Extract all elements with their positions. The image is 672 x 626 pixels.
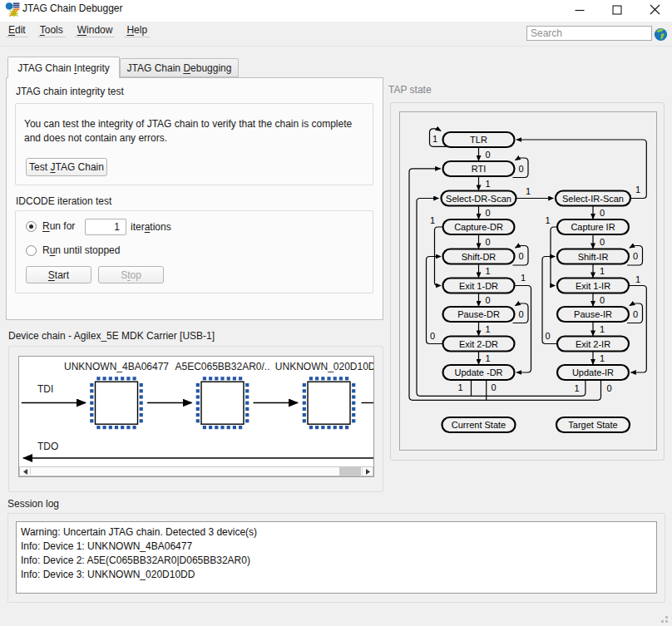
tdo-label: TDO bbox=[37, 441, 58, 452]
resize-grip-dot[interactable] bbox=[661, 620, 664, 623]
svg-text:TLR: TLR bbox=[470, 135, 487, 145]
tap-edge-label: 1 bbox=[600, 266, 605, 276]
menu-edit[interactable]: Edit bbox=[6, 23, 28, 37]
tap-edge-label: 0 bbox=[600, 208, 605, 218]
tap-node-tlr: TLR bbox=[443, 132, 515, 147]
device-chip-3[interactable] bbox=[303, 377, 356, 429]
start-button[interactable]: Start bbox=[26, 266, 91, 283]
tap-edge-label: 1 bbox=[485, 353, 490, 363]
close-button[interactable] bbox=[642, 0, 667, 19]
scrollbar-thumb[interactable] bbox=[339, 467, 361, 476]
tap-edge-label: 0 bbox=[518, 309, 523, 319]
tap-node-selir: Select-IR-Scan bbox=[556, 191, 630, 206]
svg-text:Pause-DR: Pause-DR bbox=[457, 309, 500, 319]
tap-edge-label: 0 bbox=[545, 331, 550, 341]
tap-edge-label: 0 bbox=[518, 251, 523, 261]
svg-text:Select-IR-Scan: Select-IR-Scan bbox=[562, 194, 624, 204]
svg-text:Capture-DR: Capture-DR bbox=[454, 222, 503, 232]
tap-edge-label: 0 bbox=[485, 150, 490, 160]
log-line: Warning: Uncertain JTAG chain. Detected … bbox=[21, 525, 257, 540]
run-until-stopped-radio[interactable] bbox=[26, 245, 37, 256]
tap-node-capir: Capture IR bbox=[557, 219, 629, 234]
tap-edge-label: 1 bbox=[432, 134, 437, 144]
tap-node-rti: RTI bbox=[443, 161, 515, 176]
run-for-label: Run for bbox=[42, 221, 75, 232]
tap-node-pauseir: Pause-IR bbox=[557, 307, 629, 322]
tap-node-shiftir: Shift-IR bbox=[557, 249, 629, 264]
test-jtag-chain-button[interactable]: Test JTAG Chain bbox=[26, 158, 107, 176]
minimize-icon bbox=[575, 5, 585, 15]
left-arrow-icon bbox=[23, 469, 27, 475]
device-chain-diagram: UNKNOWN_4BA06477A5EC065BB32AR0/..UNKNOWN… bbox=[19, 357, 373, 466]
tap-edge-label: 1 bbox=[635, 185, 640, 195]
log-line: Info: Device 3: UNKNOWN_020D10DD bbox=[21, 568, 257, 582]
tap-button-current-state[interactable]: Current State bbox=[442, 417, 516, 432]
svg-text:Exit 2-IR: Exit 2-IR bbox=[576, 339, 610, 349]
app-icon bbox=[5, 2, 20, 17]
svg-text:Capture IR: Capture IR bbox=[571, 222, 615, 232]
maximize-icon bbox=[612, 5, 622, 15]
resize-grip[interactable] bbox=[665, 620, 668, 623]
run-for-radio[interactable] bbox=[26, 221, 37, 232]
tap-node-exit1ir: Exit 1-IR bbox=[557, 278, 629, 293]
log-line: Info: Device 1: UNKNOWN_4BA06477 bbox=[21, 540, 257, 554]
tap-edge-label: 0 bbox=[600, 295, 605, 305]
device-chain-scrollbar[interactable] bbox=[19, 466, 373, 476]
svg-text:Pause-IR: Pause-IR bbox=[574, 309, 612, 319]
log-line: Info: Device 2: A5E(C065BB32AR0|D065BB32… bbox=[21, 554, 257, 568]
tap-edge-label: 0 bbox=[606, 383, 611, 393]
tap-edge-label: 0 bbox=[491, 382, 496, 392]
tap-edge-label: 1 bbox=[574, 383, 579, 393]
tap-edge-label: 0 bbox=[633, 309, 638, 319]
tap-edge-label: 1 bbox=[545, 215, 550, 225]
resize-grip-dot[interactable] bbox=[665, 616, 668, 619]
svg-text:Update -DR: Update -DR bbox=[454, 367, 502, 377]
scrollbar-left-arrow[interactable] bbox=[20, 467, 31, 476]
maximize-button[interactable] bbox=[605, 0, 630, 19]
stop-button[interactable]: Stop bbox=[98, 266, 164, 283]
tap-edge-label: 0 bbox=[485, 208, 490, 218]
session-log-box[interactable]: Warning: Uncertain JTAG chain. Detected … bbox=[16, 521, 657, 594]
tap-node-updateir: Update-IR bbox=[557, 365, 629, 380]
tap-node-seldr: Select-DR-Scan bbox=[442, 191, 516, 206]
svg-text:Update-IR: Update-IR bbox=[572, 367, 614, 377]
search-input[interactable] bbox=[526, 26, 652, 41]
close-icon bbox=[650, 4, 660, 15]
svg-text:Current State: Current State bbox=[452, 420, 506, 430]
tap-edge-label: 1 bbox=[600, 353, 605, 363]
menu-window[interactable]: Window bbox=[75, 23, 116, 37]
title-bar: JTAG Chain Debugger bbox=[0, 0, 672, 22]
tap-state-group-title: TAP state bbox=[388, 84, 432, 96]
tap-edge-label: 1 bbox=[521, 273, 526, 283]
minimize-button[interactable] bbox=[567, 0, 592, 19]
bug-icon bbox=[9, 8, 18, 16]
svg-text:Shift-IR: Shift-IR bbox=[578, 252, 609, 262]
tap-edge-label: 0 bbox=[600, 237, 605, 247]
tap-node-pausedr: Pause-DR bbox=[443, 307, 515, 322]
tab-jtag-chain-debugging[interactable]: JTAG Chain Debugging bbox=[120, 58, 239, 77]
globe-icon[interactable] bbox=[654, 27, 668, 42]
tap-edge-label: 1 bbox=[485, 266, 490, 276]
tab-jtag-chain-integrity[interactable]: JTAG Chain Integrity bbox=[7, 57, 120, 78]
menu-help[interactable]: Help bbox=[124, 23, 150, 37]
menu-tools[interactable]: Tools bbox=[37, 23, 66, 37]
svg-text:RTI: RTI bbox=[472, 164, 487, 174]
tap-edge-label: 0 bbox=[518, 164, 523, 174]
device-chain-group-title: Device chain - Agilex_5E MDK Carrier [US… bbox=[8, 330, 215, 342]
svg-text:Exit 2-DR: Exit 2-DR bbox=[459, 339, 498, 349]
tap-edge-label: 1 bbox=[485, 179, 490, 189]
tap-button-target-state[interactable]: Target State bbox=[556, 417, 630, 432]
tdi-label: TDI bbox=[37, 383, 53, 395]
device-chip-1[interactable] bbox=[90, 377, 143, 429]
tap-edge-label: 1 bbox=[457, 382, 462, 392]
device-label-3: UNKNOWN_020D10DD bbox=[275, 361, 373, 372]
iterations-input[interactable] bbox=[85, 219, 126, 235]
scrollbar-right-arrow[interactable] bbox=[362, 467, 373, 476]
integrity-group-title: JTAG chain integrity test bbox=[16, 86, 124, 97]
svg-text:Target State: Target State bbox=[568, 420, 617, 430]
tap-edge-label: 1 bbox=[430, 215, 435, 225]
svg-text:Exit 1-DR: Exit 1-DR bbox=[459, 281, 498, 291]
integrity-description: You can test the integrity of JTAG chain… bbox=[24, 117, 373, 145]
device-chip-2[interactable] bbox=[196, 377, 250, 429]
jtag-chain-debugger-window: { "window": { "title": "JTAG Chain Debug… bbox=[0, 0, 672, 626]
